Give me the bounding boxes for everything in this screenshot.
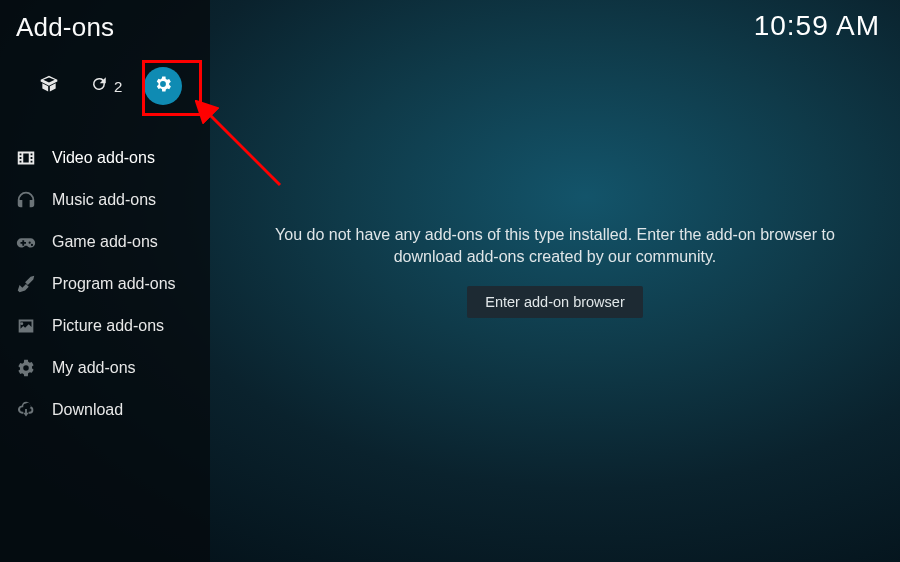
sidebar-item-label: Video add-ons [52,149,155,167]
sidebar-item-music-addons[interactable]: Music add-ons [0,179,210,221]
content-area: You do not have any add-ons of this type… [210,0,900,562]
refresh-count: 2 [114,78,122,95]
headphones-icon [14,188,38,212]
sidebar-item-label: Download [52,401,123,419]
nav-list: Video add-ons Music add-ons Game add-ons… [0,137,210,431]
open-box-icon [39,74,59,98]
sidebar-item-video-addons[interactable]: Video add-ons [0,137,210,179]
refresh-button[interactable]: 2 [90,75,122,97]
gear-plus-icon [14,356,38,380]
settings-button[interactable] [144,67,182,105]
tools-icon [14,272,38,296]
enter-addon-browser-button[interactable]: Enter add-on browser [467,286,642,318]
sidebar: Add-ons 2 Video add-ons [0,0,210,562]
sidebar-item-download[interactable]: Download [0,389,210,431]
box-button[interactable] [30,67,68,105]
sidebar-item-my-addons[interactable]: My add-ons [0,347,210,389]
page-title: Add-ons [0,0,210,43]
sidebar-item-label: My add-ons [52,359,136,377]
sidebar-item-label: Game add-ons [52,233,158,251]
sidebar-item-label: Music add-ons [52,191,156,209]
sidebar-item-picture-addons[interactable]: Picture add-ons [0,305,210,347]
image-icon [14,314,38,338]
toolbar: 2 [0,43,210,123]
sidebar-item-label: Picture add-ons [52,317,164,335]
sidebar-item-program-addons[interactable]: Program add-ons [0,263,210,305]
empty-state-message: You do not have any add-ons of this type… [265,224,845,267]
gear-icon [153,74,173,98]
download-icon [14,398,38,422]
sidebar-item-game-addons[interactable]: Game add-ons [0,221,210,263]
sidebar-item-label: Program add-ons [52,275,176,293]
refresh-icon [90,75,108,97]
film-icon [14,146,38,170]
gamepad-icon [14,230,38,254]
